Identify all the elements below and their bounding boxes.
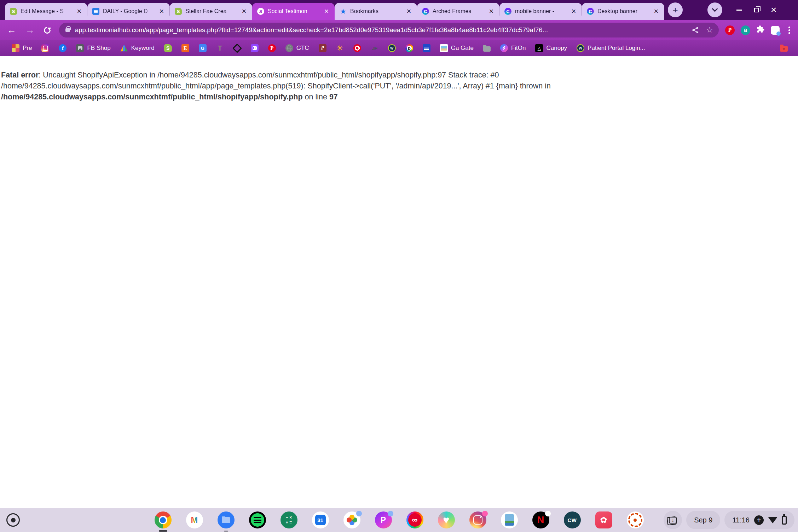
google-photos-app-icon[interactable] bbox=[343, 511, 360, 528]
minimize-icon[interactable] bbox=[736, 10, 742, 11]
tab-close-icon[interactable]: × bbox=[75, 7, 84, 16]
date-pill[interactable]: Sep 9 bbox=[686, 511, 720, 529]
share-icon[interactable] bbox=[692, 27, 699, 34]
bookmark-twitch[interactable] bbox=[248, 42, 262, 54]
notification-badge bbox=[482, 511, 488, 516]
bookmark-jf[interactable] bbox=[368, 42, 382, 54]
tab-close-icon[interactable]: × bbox=[322, 7, 331, 16]
tab-close-icon[interactable]: × bbox=[404, 7, 414, 16]
flower-journal-app-icon[interactable] bbox=[595, 511, 612, 528]
color-grid-icon bbox=[12, 44, 19, 52]
screen-capture-button[interactable]: ↓ bbox=[664, 511, 682, 529]
picsart-app-icon[interactable] bbox=[375, 511, 392, 528]
heart-folder-icon bbox=[780, 46, 788, 52]
bookmark-cw[interactable] bbox=[385, 42, 399, 54]
bookmark-pre[interactable]: Pre bbox=[8, 42, 35, 54]
tab-bookmarks[interactable]: Bookmarks × bbox=[335, 3, 417, 20]
launcher-button[interactable] bbox=[6, 513, 20, 527]
tab-close-icon[interactable]: × bbox=[569, 7, 578, 16]
chrome-app-icon[interactable] bbox=[155, 511, 172, 528]
tab-close-icon[interactable]: × bbox=[239, 7, 249, 16]
tab-close-icon[interactable]: × bbox=[157, 7, 166, 16]
close-icon[interactable]: × bbox=[771, 5, 776, 15]
tab-close-icon[interactable]: × bbox=[487, 7, 496, 16]
bookmark-google-business[interactable] bbox=[196, 42, 210, 54]
profile-avatar[interactable] bbox=[771, 26, 780, 35]
color-wheel-b-icon bbox=[405, 44, 413, 52]
restore-icon[interactable] bbox=[754, 8, 759, 12]
bookmark-star-icon[interactable]: ☆ bbox=[706, 25, 713, 35]
bookmark-facebook[interactable] bbox=[56, 42, 70, 54]
bookmark-t[interactable] bbox=[213, 42, 227, 54]
back-arrow-icon[interactable]: ← bbox=[7, 25, 16, 35]
bookmark-label: Canopy bbox=[546, 45, 567, 52]
bookmark-gtc[interactable]: GTC bbox=[282, 42, 312, 54]
tab-stellar-fae[interactable]: Stellar Fae Crea × bbox=[170, 3, 252, 20]
pinterest-extension-icon[interactable]: P bbox=[725, 25, 735, 35]
gmail-app-icon[interactable] bbox=[186, 511, 203, 528]
spotify-app-icon[interactable] bbox=[249, 511, 266, 528]
running-indicator bbox=[159, 530, 167, 532]
tab-arched-frames[interactable]: Arched Frames × bbox=[417, 3, 499, 20]
heart-health-app-icon[interactable] bbox=[438, 511, 455, 528]
files-app-icon[interactable] bbox=[218, 511, 235, 528]
tab-social-testimonial-active[interactable]: Social Testimon × bbox=[252, 3, 335, 20]
bookmark-cube[interactable] bbox=[230, 42, 244, 54]
bookmark-color-wheel[interactable] bbox=[402, 42, 416, 54]
amazon-extension-icon[interactable]: a bbox=[741, 25, 750, 35]
bookmark-patient-portal[interactable]: Patient Portal Login... bbox=[573, 42, 648, 54]
bookmark-red-loop[interactable] bbox=[316, 42, 330, 54]
tab-close-icon[interactable]: × bbox=[652, 7, 661, 16]
the-cw-app-icon[interactable] bbox=[564, 511, 581, 528]
cube-icon bbox=[233, 44, 241, 52]
bookmark-folder[interactable] bbox=[480, 42, 494, 54]
bookmark-fiton[interactable]: FitOn bbox=[497, 42, 529, 54]
adobe-creative-cloud-app-icon[interactable] bbox=[406, 511, 423, 528]
php-fatal-error-text: Fatal error: Uncaught ShopifyApiExceptio… bbox=[1, 70, 795, 103]
bookmark-heart-folder[interactable] bbox=[777, 42, 791, 54]
cw-badge-icon bbox=[577, 44, 584, 52]
new-tab-button[interactable]: + bbox=[668, 2, 683, 17]
notification-counter-icon: + bbox=[754, 515, 764, 525]
tab-mobile-banner[interactable]: mobile banner - × bbox=[499, 3, 582, 20]
notification-badge bbox=[388, 511, 393, 516]
tab-title: mobile banner - bbox=[515, 8, 569, 15]
calculator-app-icon[interactable] bbox=[281, 511, 297, 528]
tab-daily-google-doc[interactable]: DAILY - Google D × bbox=[87, 3, 170, 20]
bookmark-pinterest[interactable] bbox=[265, 42, 279, 54]
bookmark-keyword[interactable]: Keyword bbox=[117, 42, 158, 54]
forward-arrow-icon[interactable]: → bbox=[25, 25, 35, 35]
star-favicon bbox=[340, 8, 347, 15]
url-text[interactable]: app.testimonialhub.com/app/page_template… bbox=[75, 26, 685, 34]
bookmark-walmart[interactable] bbox=[333, 42, 347, 54]
bookmark-fb-shop[interactable]: FB Shop bbox=[73, 42, 114, 54]
canvas-app-icon[interactable] bbox=[627, 511, 644, 528]
chromeos-screen: Edit Message - S × DAILY - Google D × St… bbox=[0, 0, 798, 532]
bookmark-target[interactable] bbox=[350, 42, 364, 54]
tab-edit-message[interactable]: Edit Message - S × bbox=[5, 3, 87, 20]
system-tray[interactable]: 11:16 + bbox=[724, 511, 794, 529]
bookmark-canopy[interactable]: Canopy bbox=[532, 42, 570, 54]
lock-icon[interactable] bbox=[65, 28, 70, 32]
chevron-down-icon bbox=[712, 6, 718, 12]
menu-dots-icon[interactable] bbox=[788, 29, 790, 31]
bookmark-ga-gate[interactable]: Ga Gate bbox=[437, 42, 477, 54]
smurfs-app-icon[interactable] bbox=[501, 511, 518, 528]
bookmark-shopify[interactable] bbox=[161, 42, 175, 54]
extensions-puzzle-icon[interactable] bbox=[756, 25, 765, 35]
netflix-app-icon[interactable] bbox=[532, 511, 549, 528]
bookmark-etsy[interactable] bbox=[178, 42, 192, 54]
chromeos-shelf: 31 ↓ Sep 9 11:16 + bbox=[0, 508, 798, 532]
twitch-icon bbox=[251, 44, 259, 52]
tab-desktop-banner[interactable]: Desktop banner × bbox=[582, 3, 664, 20]
bookmark-weather[interactable] bbox=[420, 42, 434, 54]
instagram-icon bbox=[41, 44, 49, 52]
instagram-app-icon[interactable] bbox=[469, 511, 486, 528]
reload-icon[interactable] bbox=[42, 25, 52, 35]
walmart-spark-icon bbox=[336, 44, 344, 52]
tab-search-button[interactable] bbox=[707, 2, 722, 17]
google-calendar-app-icon[interactable]: 31 bbox=[312, 511, 329, 528]
battery-icon bbox=[782, 516, 787, 525]
bookmark-instagram[interactable] bbox=[38, 42, 52, 54]
address-bar[interactable]: app.testimonialhub.com/app/page_template… bbox=[59, 23, 719, 37]
